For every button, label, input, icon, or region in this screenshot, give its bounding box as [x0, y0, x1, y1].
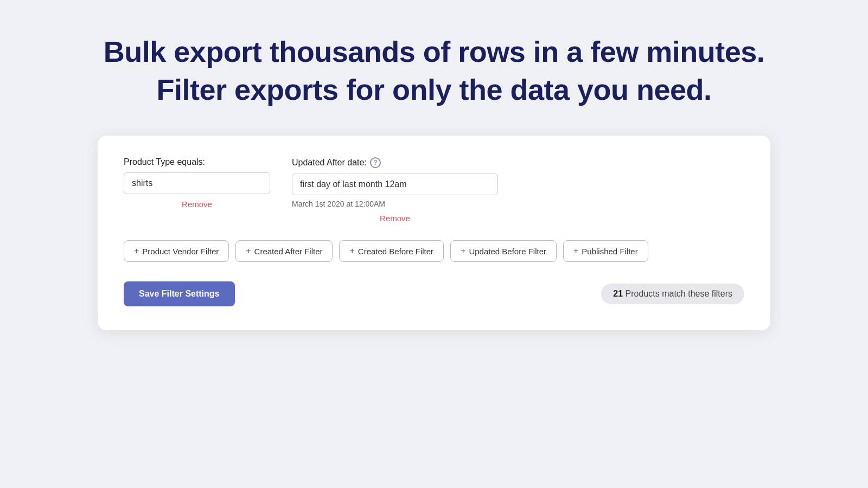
bottom-row: Save Filter Settings 21 Products match t… — [124, 281, 744, 306]
add-vendor-filter-button[interactable]: +Product Vendor Filter — [124, 240, 229, 262]
plus-icon: + — [349, 246, 354, 256]
updated-after-parsed-date: March 1st 2020 at 12:00AM — [292, 200, 498, 208]
add-updated-before-filter-button[interactable]: +Updated Before Filter — [450, 240, 557, 262]
add-published-filter-button[interactable]: +Published Filter — [563, 240, 648, 262]
add-created-after-filter-button[interactable]: +Created After Filter — [235, 240, 333, 262]
product-type-remove-button[interactable]: Remove — [124, 200, 270, 209]
add-filter-label: Updated Before Filter — [469, 247, 546, 256]
add-filter-label: Published Filter — [582, 247, 637, 256]
plus-icon: + — [461, 246, 465, 256]
updated-after-input[interactable] — [292, 174, 498, 195]
plus-icon: + — [246, 246, 251, 256]
updated-after-remove-button[interactable]: Remove — [292, 214, 498, 223]
add-filter-label: Created After Filter — [254, 247, 323, 256]
help-icon[interactable]: ? — [370, 157, 381, 168]
add-filters-row: +Product Vendor Filter+Created After Fil… — [124, 240, 744, 262]
product-type-input[interactable] — [124, 172, 270, 194]
updated-after-label: Updated After date: ? — [292, 157, 498, 168]
filter-card: Product Type equals: Remove Updated Afte… — [98, 136, 770, 330]
product-type-label: Product Type equals: — [124, 157, 270, 167]
match-text: Products match these filters — [626, 289, 732, 298]
plus-icon: + — [134, 246, 139, 256]
add-filter-label: Product Vendor Filter — [142, 247, 219, 256]
product-type-filter-group: Product Type equals: Remove — [124, 157, 270, 209]
active-filters-row: Product Type equals: Remove Updated Afte… — [124, 157, 744, 223]
save-filter-settings-button[interactable]: Save Filter Settings — [124, 281, 235, 306]
match-badge: 21 Products match these filters — [601, 284, 744, 304]
match-count: 21 — [613, 289, 623, 298]
add-filter-label: Created Before Filter — [358, 247, 433, 256]
updated-after-filter-group: Updated After date: ? March 1st 2020 at … — [292, 157, 498, 223]
plus-icon: + — [573, 246, 578, 256]
add-created-before-filter-button[interactable]: +Created Before Filter — [339, 240, 444, 262]
hero-title: Bulk export thousands of rows in a few m… — [104, 33, 765, 108]
